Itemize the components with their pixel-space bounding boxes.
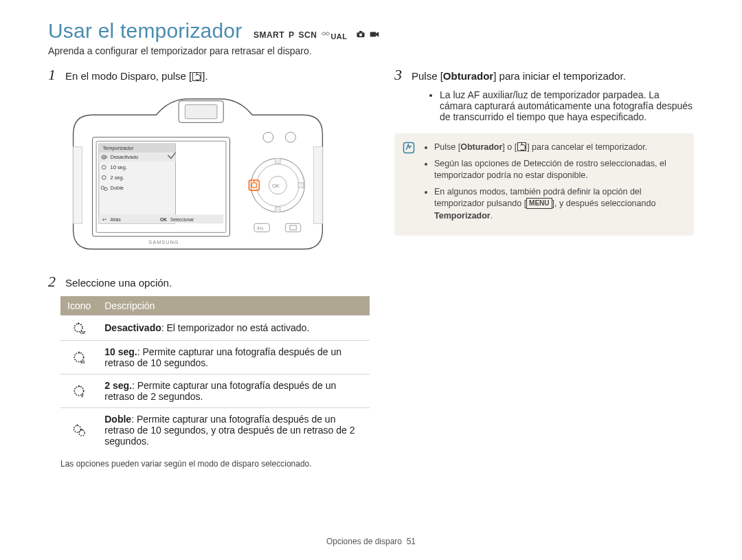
svg-rect-34 [276, 158, 280, 163]
options-footnote: Las opciones pueden variar según el modo… [60, 459, 370, 469]
timer-icon [517, 142, 526, 151]
step-3-text: Pulse [Obturador] para iniciar el tempor… [412, 70, 626, 82]
svg-rect-35 [276, 207, 280, 212]
options-table: Icono Descripción OFF Desactivado: El te… [60, 296, 370, 452]
sound-icon [321, 30, 330, 38]
svg-text:Doble: Doble [111, 185, 124, 191]
svg-rect-3 [370, 32, 375, 37]
step-3: 3 Pulse [Obturador] para iniciar el temp… [394, 66, 694, 84]
note-item: Según las opciones de Detección de rostr… [434, 158, 684, 182]
page-footer: Opciones de disparo 51 [0, 537, 742, 546]
svg-rect-41 [285, 223, 300, 232]
svg-text:2 seg.: 2 seg. [111, 175, 124, 181]
step-1-text: En el modo Disparo, pulse []. [65, 70, 208, 82]
svg-text:↩: ↩ [102, 217, 106, 222]
svg-text:Seleccionar: Seleccionar [170, 217, 194, 222]
info-icon [403, 142, 415, 154]
table-row: 10 10 seg.: Permite capturar una fotogra… [60, 341, 370, 374]
svg-text:OFF: OFF [102, 156, 108, 159]
svg-text:Fn: Fn [258, 225, 264, 232]
svg-text:10: 10 [80, 360, 85, 364]
svg-text:OK: OK [272, 183, 280, 189]
svg-point-56 [79, 430, 85, 436]
step-1: 1 En el modo Disparo, pulse []. [48, 66, 370, 84]
svg-point-38 [285, 132, 295, 142]
step-number-1: 1 [48, 66, 56, 84]
note-item: En algunos modos, también podrá definir … [434, 186, 684, 223]
svg-text:OFF: OFF [80, 331, 86, 335]
option-2s-icon: 2 [60, 374, 98, 408]
lcd-menu-title: Temporizador [102, 145, 134, 151]
note-item: Pulse [Obturador] o [] para cancelar el … [434, 142, 684, 154]
table-row: 2 2 seg.: Permite capturar una fotografí… [60, 374, 370, 408]
svg-point-37 [263, 132, 273, 142]
page-subtitle: Aprenda a configurar el temporizador par… [48, 45, 694, 56]
svg-rect-43 [74, 147, 82, 224]
page-title: Usar el temporizador [48, 19, 242, 43]
mode-scn: SCN [299, 30, 317, 40]
step-3-bullets: La luz AF auxiliar/luz de temporizador p… [412, 89, 694, 122]
svg-text:10 seg.: 10 seg. [111, 164, 127, 170]
mode-dual: UAL [321, 30, 351, 40]
svg-rect-44 [313, 147, 322, 224]
mode-p: P [289, 30, 295, 40]
step-number-2: 2 [48, 273, 56, 291]
camera-illustration: Temporizador OFF Desactivado 10 seg. 2 s… [60, 89, 370, 262]
table-row: OFF Desactivado: El temporizador no está… [60, 315, 370, 341]
left-column: 1 En el modo Disparo, pulse []. Temporiz… [48, 66, 370, 469]
svg-rect-5 [185, 104, 217, 118]
step-2: 2 Seleccione una opción. [48, 273, 370, 291]
right-column: 3 Pulse [Obturador] para iniciar el temp… [394, 66, 694, 469]
svg-text:Atrás: Atrás [111, 217, 122, 222]
th-desc: Descripción [98, 296, 370, 315]
svg-rect-36 [298, 183, 303, 188]
mode-movie-icon [370, 30, 379, 40]
step-number-3: 3 [394, 66, 402, 84]
option-double-desc: Doble: Permite capturar una fotografía d… [98, 408, 370, 453]
svg-text:2: 2 [81, 394, 84, 398]
option-off-desc: Desactivado: El temporizador no está act… [98, 315, 370, 341]
option-10s-desc: 10 seg.: Permite capturar una fotografía… [98, 341, 370, 374]
svg-point-2 [359, 34, 361, 36]
option-2s-desc: 2 seg.: Permite capturar una fotografía … [98, 374, 370, 408]
option-double-icon [60, 408, 98, 453]
option-10s-icon: 10 [60, 341, 98, 374]
timer-icon [192, 72, 201, 81]
svg-text:SAMSUNG: SAMSUNG [148, 239, 179, 245]
mode-camera-icon [356, 30, 366, 40]
step-2-text: Seleccione una opción. [65, 277, 172, 289]
note-box: Pulse [Obturador] o [] para cancelar el … [394, 133, 694, 236]
th-icon: Icono [60, 296, 98, 315]
table-row: Doble: Permite capturar una fotografía d… [60, 408, 370, 453]
svg-text:OK: OK [160, 217, 167, 222]
svg-rect-1 [359, 31, 361, 33]
mode-smart: SMART [254, 30, 284, 40]
option-off-icon: OFF [60, 315, 98, 341]
mode-indicators: SMART P SCN UAL [254, 30, 383, 40]
svg-text:Desactivado: Desactivado [111, 154, 139, 160]
menu-chip: MENU [526, 198, 552, 209]
step-3-bullet: La luz AF auxiliar/luz de temporizador p… [440, 89, 694, 122]
svg-point-54 [74, 425, 81, 432]
